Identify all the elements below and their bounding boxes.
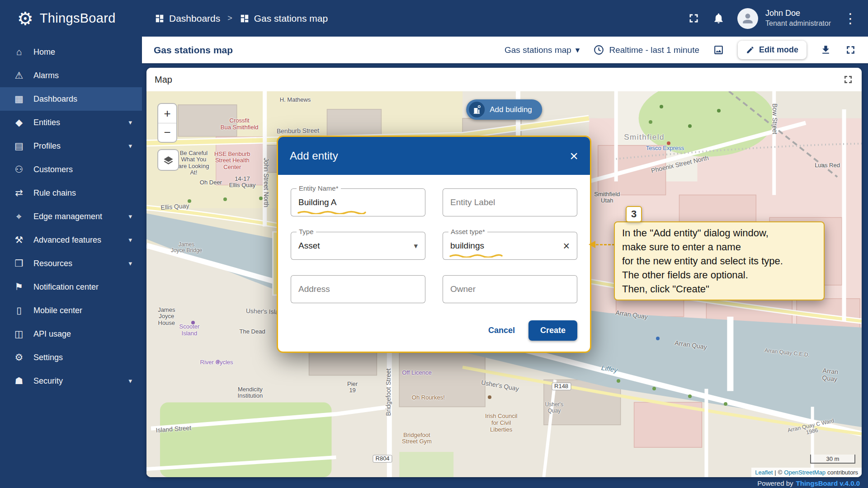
address-placeholder: Address (298, 284, 330, 294)
owner-field[interactable]: Owner (443, 275, 577, 303)
fullscreen-button[interactable] (688, 12, 700, 24)
sidebar-item-mobile-center[interactable]: ▯ Mobile center (0, 299, 142, 322)
clear-icon[interactable]: × (563, 239, 570, 253)
sidebar-item-label: Customers (33, 165, 132, 174)
type-select[interactable]: Type Asset ▾ (291, 232, 425, 260)
address-field[interactable]: Address (291, 275, 425, 303)
map-label: 14-17 Ellis Quay (229, 176, 256, 189)
home-icon: ⌂ (13, 47, 25, 57)
topbar-actions: John Doe Tenant administrator ⋮ (688, 8, 868, 29)
more-menu-button[interactable]: ⋮ (844, 10, 857, 26)
sidebar-item-resources[interactable]: ❒ Resources ▾ (0, 252, 142, 275)
breadcrumb-current[interactable]: Gas stations map (240, 13, 328, 24)
page-title: Gas stations map (142, 45, 233, 56)
openstreetmap-link[interactable]: OpenStreetMap (784, 469, 826, 476)
bell-icon (712, 12, 725, 24)
tutorial-tooltip: In the "Add entity" dialog window, make … (614, 221, 825, 300)
cancel-button[interactable]: Cancel (488, 326, 515, 335)
map-label: Arran Quay (814, 366, 847, 383)
app-logo[interactable]: ⚙ ThingsBoard (0, 9, 142, 28)
dashboards-grid-icon (155, 14, 165, 23)
leaflet-link[interactable]: Leaflet (755, 469, 773, 476)
entity-name-value: Building A (298, 197, 337, 207)
map-label: Oh Deer (200, 179, 222, 186)
add-building-button[interactable]: Add building (466, 99, 542, 120)
sidebar-item-label: Settings (33, 353, 132, 362)
tutorial-text: Then, click "Create" (622, 282, 816, 296)
sidebar-item-home[interactable]: ⌂ Home (0, 40, 142, 64)
fullscreen-icon (688, 12, 700, 24)
close-icon[interactable]: × (570, 149, 578, 163)
sidebar-item-settings[interactable]: ⚙ Settings (0, 346, 142, 369)
sidebar-item-label: Dashboards (33, 94, 132, 104)
type-value: Asset (298, 241, 320, 251)
state-select-value: Gas stations map (505, 45, 571, 55)
entity-name-field[interactable]: Entity Name* Building A (291, 188, 425, 216)
attribution-separator: | (774, 469, 776, 476)
sidebar-item-customers[interactable]: ⚇ Customers (0, 158, 142, 181)
sidebar-item-rule-chains[interactable]: ⇄ Rule chains (0, 181, 142, 205)
sidebar-item-notification-center[interactable]: ⚑ Notification center (0, 275, 142, 299)
thingsboard-version-link[interactable]: ThingsBoard v.4.0.0 (796, 479, 860, 487)
sidebar-item-dashboards[interactable]: ▦ Dashboards (0, 87, 142, 111)
asset-type-value: buildings (450, 241, 484, 251)
download-dashboard-button[interactable] (820, 44, 831, 56)
api-usage-icon: ◫ (13, 328, 25, 339)
top-bar: ⚙ ThingsBoard Dashboards > Gas stations … (0, 0, 868, 37)
timewindow-button[interactable]: Realtime - last 1 minute (593, 44, 699, 56)
map-label: H. Mathews (280, 97, 311, 103)
powered-by: Powered by ThingsBoard v.4.0.0 (757, 479, 860, 487)
sidebar-item-label: Home (33, 47, 132, 57)
map-label: Pier 19 (347, 381, 358, 394)
powered-by-prefix: Powered by (757, 479, 793, 487)
map-label: Irish Council for Civil Liberties (485, 413, 518, 433)
dashboards-icon: ▦ (13, 94, 25, 104)
sidebar-item-api-usage[interactable]: ◫ API usage (0, 322, 142, 346)
user-avatar[interactable] (737, 8, 758, 29)
map-scale: 30 m (810, 455, 855, 464)
sidebar-item-advanced-features[interactable]: ⚒ Advanced features ▾ (0, 228, 142, 252)
dashboard-state-select[interactable]: Gas stations map ▾ (505, 45, 580, 55)
map-label: Benburb Street (277, 127, 319, 135)
breadcrumb-dashboards[interactable]: Dashboards (155, 13, 220, 24)
dashboard-image-button[interactable] (713, 44, 724, 56)
notifications-button[interactable] (712, 12, 725, 24)
sidebar-item-label: API usage (33, 329, 132, 339)
map-label: Bow Street (771, 103, 778, 134)
sidebar-item-entities[interactable]: ◆ Entities ▾ (0, 111, 142, 134)
tutorial-text: The other fields are optional. (622, 268, 816, 282)
map-label: Arran Quay C.E.D. (764, 347, 810, 358)
tutorial-step-badge: 3 (626, 206, 642, 222)
edit-mode-label: Edit mode (759, 45, 798, 55)
map-attribution: Leaflet | © OpenStreetMap contributors (751, 468, 862, 477)
dialog-form: Entity Name* Building A Entity Label Typ… (278, 175, 590, 303)
zoom-in-button[interactable]: + (158, 104, 176, 123)
image-icon (713, 44, 724, 56)
sidebar-item-label: Notification center (33, 282, 132, 292)
owner-placeholder: Owner (450, 284, 476, 294)
edit-mode-button[interactable]: Edit mode (738, 41, 807, 59)
entity-label-field[interactable]: Entity Label (443, 188, 577, 216)
sidebar-item-security[interactable]: ☗ Security ▾ (0, 369, 142, 393)
entity-label-placeholder: Entity Label (450, 197, 495, 207)
breadcrumb: Dashboards > Gas stations map (155, 13, 328, 24)
user-info[interactable]: John Doe Tenant administrator (765, 8, 831, 28)
map-dot (688, 124, 692, 128)
toolbar-fullscreen-button[interactable] (845, 44, 856, 56)
map-label: John Street North (262, 158, 269, 207)
create-button[interactable]: Create (528, 320, 577, 341)
map-label: Tesco Express (646, 145, 684, 152)
layers-control-button[interactable] (157, 149, 179, 171)
map-label: Bridgefoot Street (385, 369, 392, 416)
highlight-underline (449, 253, 503, 258)
zoom-out-button[interactable]: − (158, 123, 176, 142)
sidebar-item-profiles[interactable]: ▤ Profiles ▾ (0, 134, 142, 158)
asset-type-field[interactable]: Asset type* buildings × (443, 232, 577, 260)
type-label: Type (297, 228, 316, 235)
map-label: Ellis Quay (160, 202, 189, 211)
sidebar-item-alarms[interactable]: ⚠ Alarms (0, 64, 142, 87)
sidebar-item-edge-management[interactable]: ⌖ Edge management ▾ (0, 205, 142, 228)
map-label: Be Careful What You are Looking At! (178, 150, 209, 176)
widget-fullscreen-button[interactable] (843, 74, 854, 85)
map-dot (223, 197, 227, 201)
